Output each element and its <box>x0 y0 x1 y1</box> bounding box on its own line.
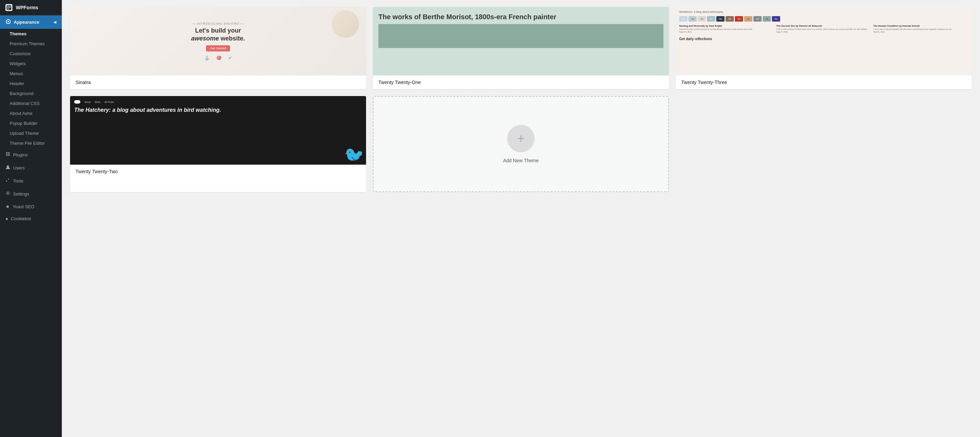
sidebar-item-additional-css[interactable]: Additional CSS <box>0 98 62 108</box>
sidebar-item-users[interactable]: Users <box>0 161 62 174</box>
wpforms-logo-icon <box>5 4 12 11</box>
sidebar-item-widgets[interactable]: Widgets <box>0 59 62 69</box>
svg-rect-3 <box>8 152 10 154</box>
sidebar-item-plugins[interactable]: Plugins <box>0 148 62 161</box>
swatch-11: Aa <box>772 16 780 22</box>
ttth-preview-container: Mindblown: a blog about philosophy. Aa A… <box>676 7 972 76</box>
swatch-8: Aa <box>744 16 752 22</box>
sidebar-item-cookiebot[interactable]: ● Cookiebot <box>0 213 62 225</box>
cookiebot-icon: ● <box>5 216 8 221</box>
swatch-1: Aa <box>679 16 687 22</box>
sidebar-item-yoast-seo[interactable]: ★ Yoast SEO <box>0 200 62 213</box>
appearance-arrow: ◀ <box>54 20 56 24</box>
settings-icon <box>5 191 10 197</box>
svg-rect-2 <box>6 152 8 154</box>
swatch-6: Aa <box>725 16 734 22</box>
sidebar-item-premium-themes[interactable]: Premium Themes <box>0 39 62 49</box>
sinatra-icon-2: 🎯 <box>216 55 221 60</box>
sidebar-item-header[interactable]: Header <box>0 79 62 89</box>
theme-card-twenty-twenty-three[interactable]: Mindblown: a blog about philosophy. Aa A… <box>676 7 972 89</box>
theme-card-sinatra[interactable]: — INTRODUCING SINATRA — Let's build your… <box>70 7 366 89</box>
add-theme-plus-icon: + <box>507 125 535 152</box>
swatch-4: Aa <box>707 16 715 22</box>
add-theme-label: Add New Theme <box>503 158 539 163</box>
plugins-icon <box>5 152 10 158</box>
svg-point-7 <box>7 192 9 194</box>
theme-card-twenty-twenty-two[interactable]: About Birds All Posts The Hatchery: a bl… <box>70 96 366 192</box>
swatch-10: Aa <box>763 16 771 22</box>
sidebar-item-tools[interactable]: Tools <box>0 174 62 187</box>
tti-preview-container: The works of Berthe Morisot, 1800s-era F… <box>373 7 669 76</box>
swatch-7: Aa <box>735 16 743 22</box>
yoast-icon: ★ <box>5 204 10 209</box>
sinatra-preview: — INTRODUCING SINATRA — Let's build your… <box>70 7 366 76</box>
sidebar-item-settings[interactable]: Settings <box>0 187 62 200</box>
sidebar-item-themes[interactable]: Themes <box>0 29 62 39</box>
tttw-logo <box>74 100 80 104</box>
ttth-theme-name: Twenty Twenty-Three <box>676 76 972 89</box>
tools-icon <box>5 178 10 184</box>
tti-theme-name: Twenty Twenty-One <box>373 76 669 89</box>
users-icon <box>5 165 10 171</box>
add-new-theme-card[interactable]: + Add New Theme <box>373 96 669 192</box>
sidebar-item-customize[interactable]: Customize <box>0 49 62 59</box>
tttw-nav-item-posts: All Posts <box>104 101 114 103</box>
tttw-theme-name: Twenty Twenty-Two <box>70 165 366 178</box>
sidebar-item-popup-builder[interactable]: Popup Builder <box>0 118 62 128</box>
appearance-label: Appearance <box>14 19 39 25</box>
themes-grid: — INTRODUCING SINATRA — Let's build your… <box>70 7 972 192</box>
swatch-5: Aa <box>716 16 724 22</box>
tti-image-placeholder <box>379 24 663 48</box>
sinatra-icon-3: ✔ <box>228 55 232 60</box>
sidebar-logo-label: WPForms <box>16 5 38 10</box>
sidebar-appearance-header[interactable]: Appearance ◀ <box>0 16 62 29</box>
tttw-nav-item-about: About <box>84 101 91 103</box>
sidebar: WPForms Appearance ◀ Themes Premium Them… <box>0 0 62 437</box>
svg-point-1 <box>8 21 9 22</box>
sidebar-item-menus[interactable]: Menus <box>0 69 62 79</box>
sinatra-bg-circle <box>332 10 359 38</box>
sinatra-theme-name: Sinatra <box>70 76 366 89</box>
svg-rect-4 <box>6 154 8 156</box>
sidebar-item-upload-theme[interactable]: Upload Theme <box>0 128 62 138</box>
main-content: — INTRODUCING SINATRA — Let's build your… <box>62 0 980 437</box>
svg-rect-5 <box>8 154 10 156</box>
swatch-2: Aa <box>689 16 697 22</box>
tttw-bird-image: 🐦 <box>344 147 362 160</box>
swatch-9: Aa <box>753 16 762 22</box>
tttw-preview-container: About Birds All Posts The Hatchery: a bl… <box>70 96 366 165</box>
sidebar-item-background[interactable]: Background <box>0 89 62 98</box>
tttw-nav-item-birds: Birds <box>95 101 100 103</box>
appearance-icon <box>5 19 11 25</box>
sidebar-item-about-ashe[interactable]: About Ashe <box>0 108 62 118</box>
sinatra-icon-1: ⚓ <box>204 55 210 60</box>
sidebar-item-theme-file-editor[interactable]: Theme File Editor <box>0 138 62 148</box>
theme-card-twenty-twenty-one[interactable]: The works of Berthe Morisot, 1800s-era F… <box>373 7 669 89</box>
swatch-3: Aa <box>698 16 706 22</box>
sidebar-logo[interactable]: WPForms <box>0 0 62 16</box>
